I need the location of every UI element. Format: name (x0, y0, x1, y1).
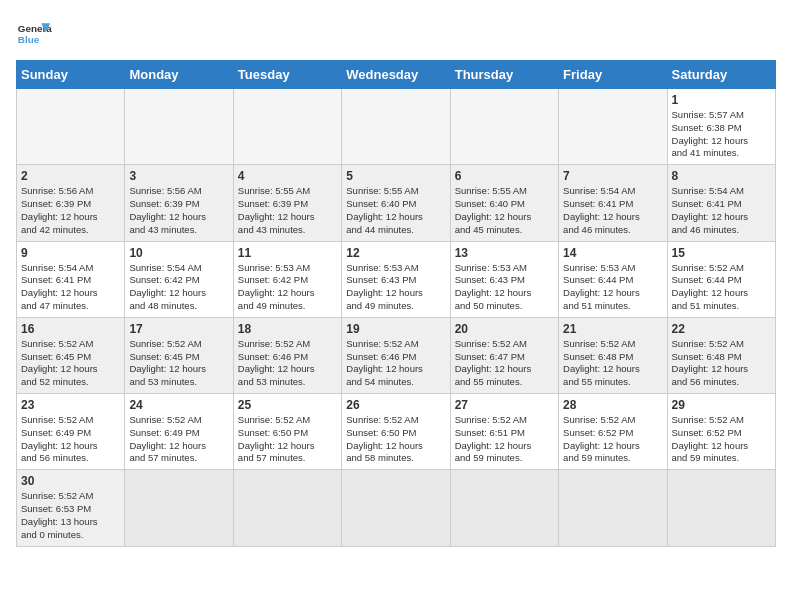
logo: General Blue (16, 16, 52, 52)
day-number: 24 (129, 398, 228, 412)
day-number: 2 (21, 169, 120, 183)
calendar-cell: 9Sunrise: 5:54 AM Sunset: 6:41 PM Daylig… (17, 241, 125, 317)
day-number: 5 (346, 169, 445, 183)
calendar-cell: 5Sunrise: 5:55 AM Sunset: 6:40 PM Daylig… (342, 165, 450, 241)
day-number: 22 (672, 322, 771, 336)
day-info: Sunrise: 5:52 AM Sunset: 6:49 PM Dayligh… (129, 414, 228, 465)
calendar-cell: 14Sunrise: 5:53 AM Sunset: 6:44 PM Dayli… (559, 241, 667, 317)
calendar-cell: 18Sunrise: 5:52 AM Sunset: 6:46 PM Dayli… (233, 317, 341, 393)
calendar-week-row: 16Sunrise: 5:52 AM Sunset: 6:45 PM Dayli… (17, 317, 776, 393)
day-info: Sunrise: 5:55 AM Sunset: 6:40 PM Dayligh… (346, 185, 445, 236)
calendar-cell (342, 89, 450, 165)
day-number: 30 (21, 474, 120, 488)
day-info: Sunrise: 5:53 AM Sunset: 6:43 PM Dayligh… (346, 262, 445, 313)
calendar-cell: 25Sunrise: 5:52 AM Sunset: 6:50 PM Dayli… (233, 394, 341, 470)
day-info: Sunrise: 5:52 AM Sunset: 6:51 PM Dayligh… (455, 414, 554, 465)
generalblue-logo-icon: General Blue (16, 16, 52, 52)
day-info: Sunrise: 5:52 AM Sunset: 6:50 PM Dayligh… (346, 414, 445, 465)
day-info: Sunrise: 5:52 AM Sunset: 6:48 PM Dayligh… (563, 338, 662, 389)
calendar-cell: 24Sunrise: 5:52 AM Sunset: 6:49 PM Dayli… (125, 394, 233, 470)
calendar-cell: 21Sunrise: 5:52 AM Sunset: 6:48 PM Dayli… (559, 317, 667, 393)
day-info: Sunrise: 5:52 AM Sunset: 6:50 PM Dayligh… (238, 414, 337, 465)
calendar-cell: 1Sunrise: 5:57 AM Sunset: 6:38 PM Daylig… (667, 89, 775, 165)
day-number: 12 (346, 246, 445, 260)
day-number: 7 (563, 169, 662, 183)
day-info: Sunrise: 5:54 AM Sunset: 6:42 PM Dayligh… (129, 262, 228, 313)
day-number: 27 (455, 398, 554, 412)
day-info: Sunrise: 5:52 AM Sunset: 6:45 PM Dayligh… (129, 338, 228, 389)
calendar-cell: 22Sunrise: 5:52 AM Sunset: 6:48 PM Dayli… (667, 317, 775, 393)
day-info: Sunrise: 5:52 AM Sunset: 6:53 PM Dayligh… (21, 490, 120, 541)
svg-text:Blue: Blue (18, 34, 40, 45)
day-info: Sunrise: 5:52 AM Sunset: 6:47 PM Dayligh… (455, 338, 554, 389)
calendar-cell (559, 89, 667, 165)
day-number: 21 (563, 322, 662, 336)
calendar-cell: 11Sunrise: 5:53 AM Sunset: 6:42 PM Dayli… (233, 241, 341, 317)
day-number: 10 (129, 246, 228, 260)
calendar-header-row: SundayMondayTuesdayWednesdayThursdayFrid… (17, 61, 776, 89)
day-info: Sunrise: 5:54 AM Sunset: 6:41 PM Dayligh… (672, 185, 771, 236)
day-info: Sunrise: 5:52 AM Sunset: 6:45 PM Dayligh… (21, 338, 120, 389)
day-number: 23 (21, 398, 120, 412)
calendar-day-header: Thursday (450, 61, 558, 89)
day-number: 25 (238, 398, 337, 412)
calendar-cell: 17Sunrise: 5:52 AM Sunset: 6:45 PM Dayli… (125, 317, 233, 393)
calendar-cell: 26Sunrise: 5:52 AM Sunset: 6:50 PM Dayli… (342, 394, 450, 470)
day-number: 15 (672, 246, 771, 260)
day-info: Sunrise: 5:56 AM Sunset: 6:39 PM Dayligh… (21, 185, 120, 236)
day-info: Sunrise: 5:54 AM Sunset: 6:41 PM Dayligh… (563, 185, 662, 236)
day-info: Sunrise: 5:52 AM Sunset: 6:48 PM Dayligh… (672, 338, 771, 389)
day-number: 26 (346, 398, 445, 412)
day-info: Sunrise: 5:52 AM Sunset: 6:44 PM Dayligh… (672, 262, 771, 313)
calendar-cell (233, 89, 341, 165)
calendar-cell: 19Sunrise: 5:52 AM Sunset: 6:46 PM Dayli… (342, 317, 450, 393)
calendar-cell: 8Sunrise: 5:54 AM Sunset: 6:41 PM Daylig… (667, 165, 775, 241)
day-number: 14 (563, 246, 662, 260)
day-number: 6 (455, 169, 554, 183)
calendar-cell: 28Sunrise: 5:52 AM Sunset: 6:52 PM Dayli… (559, 394, 667, 470)
calendar-day-header: Monday (125, 61, 233, 89)
day-info: Sunrise: 5:52 AM Sunset: 6:49 PM Dayligh… (21, 414, 120, 465)
day-number: 1 (672, 93, 771, 107)
day-info: Sunrise: 5:52 AM Sunset: 6:52 PM Dayligh… (672, 414, 771, 465)
day-number: 28 (563, 398, 662, 412)
calendar-cell: 3Sunrise: 5:56 AM Sunset: 6:39 PM Daylig… (125, 165, 233, 241)
day-info: Sunrise: 5:52 AM Sunset: 6:46 PM Dayligh… (346, 338, 445, 389)
day-number: 13 (455, 246, 554, 260)
day-number: 3 (129, 169, 228, 183)
calendar-cell: 27Sunrise: 5:52 AM Sunset: 6:51 PM Dayli… (450, 394, 558, 470)
day-info: Sunrise: 5:56 AM Sunset: 6:39 PM Dayligh… (129, 185, 228, 236)
calendar-week-row: 9Sunrise: 5:54 AM Sunset: 6:41 PM Daylig… (17, 241, 776, 317)
day-info: Sunrise: 5:53 AM Sunset: 6:43 PM Dayligh… (455, 262, 554, 313)
day-info: Sunrise: 5:57 AM Sunset: 6:38 PM Dayligh… (672, 109, 771, 160)
day-number: 8 (672, 169, 771, 183)
calendar-cell: 15Sunrise: 5:52 AM Sunset: 6:44 PM Dayli… (667, 241, 775, 317)
calendar-cell (233, 470, 341, 546)
calendar-cell (559, 470, 667, 546)
day-info: Sunrise: 5:52 AM Sunset: 6:52 PM Dayligh… (563, 414, 662, 465)
day-info: Sunrise: 5:55 AM Sunset: 6:39 PM Dayligh… (238, 185, 337, 236)
day-number: 17 (129, 322, 228, 336)
calendar-cell: 23Sunrise: 5:52 AM Sunset: 6:49 PM Dayli… (17, 394, 125, 470)
calendar-cell: 2Sunrise: 5:56 AM Sunset: 6:39 PM Daylig… (17, 165, 125, 241)
day-info: Sunrise: 5:53 AM Sunset: 6:44 PM Dayligh… (563, 262, 662, 313)
calendar-cell (342, 470, 450, 546)
calendar-cell: 6Sunrise: 5:55 AM Sunset: 6:40 PM Daylig… (450, 165, 558, 241)
calendar-cell (450, 89, 558, 165)
calendar-cell: 29Sunrise: 5:52 AM Sunset: 6:52 PM Dayli… (667, 394, 775, 470)
calendar-cell: 13Sunrise: 5:53 AM Sunset: 6:43 PM Dayli… (450, 241, 558, 317)
day-number: 4 (238, 169, 337, 183)
calendar-cell: 10Sunrise: 5:54 AM Sunset: 6:42 PM Dayli… (125, 241, 233, 317)
page-header: General Blue (16, 16, 776, 52)
calendar-cell (667, 470, 775, 546)
calendar-cell (450, 470, 558, 546)
calendar-cell: 7Sunrise: 5:54 AM Sunset: 6:41 PM Daylig… (559, 165, 667, 241)
day-info: Sunrise: 5:52 AM Sunset: 6:46 PM Dayligh… (238, 338, 337, 389)
calendar-cell (125, 470, 233, 546)
calendar-cell: 30Sunrise: 5:52 AM Sunset: 6:53 PM Dayli… (17, 470, 125, 546)
calendar-cell: 4Sunrise: 5:55 AM Sunset: 6:39 PM Daylig… (233, 165, 341, 241)
calendar-day-header: Sunday (17, 61, 125, 89)
calendar-day-header: Wednesday (342, 61, 450, 89)
day-number: 16 (21, 322, 120, 336)
day-number: 29 (672, 398, 771, 412)
